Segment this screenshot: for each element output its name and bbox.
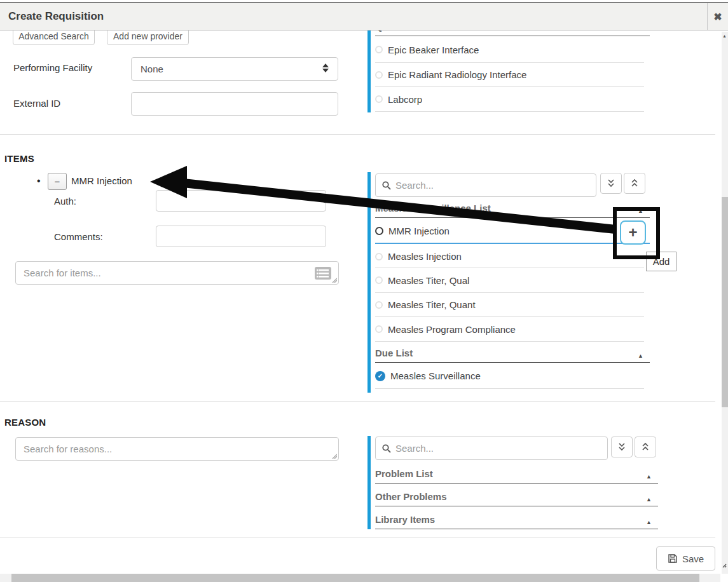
collapse-caret-icon: ▲ — [638, 353, 643, 359]
reason-panel-accent-bar — [367, 436, 371, 529]
radio-icon — [375, 227, 383, 235]
expand-all-button[interactable] — [600, 173, 622, 194]
group-header[interactable]: Measles Surveillance List ▲ — [375, 202, 650, 218]
radio-icon — [375, 71, 383, 79]
list-item-label: Epic Radiant Radiology Interface — [388, 69, 526, 80]
close-icon: ✖ — [713, 11, 722, 23]
resize-grip-icon[interactable] — [331, 277, 337, 283]
group-header-label: Due List — [375, 348, 413, 362]
list-item-label: Measles Program Compliance — [388, 324, 516, 335]
radio-icon — [375, 301, 383, 309]
list-item-label: Measles Titer, Qual — [388, 275, 469, 286]
radio-icon — [375, 276, 383, 284]
chevron-double-down-icon — [607, 179, 615, 188]
vertical-scrollbar-thumb[interactable] — [722, 197, 728, 407]
performing-facility-select[interactable]: None — [131, 57, 338, 81]
modal-header: Create Requisition ✖ — [0, 3, 728, 30]
radio-icon — [375, 325, 383, 333]
group-header[interactable]: Library Items ▲ — [375, 508, 658, 529]
search-placeholder: Search... — [395, 443, 434, 454]
horizontal-scrollbar-thumb[interactable] — [11, 574, 699, 582]
collapse-caret-icon: ▲ — [646, 473, 652, 480]
items-section-title: ITEMS — [4, 153, 34, 164]
list-item-label: Measles Injection — [388, 251, 462, 262]
reasons-search-input[interactable]: Search for reasons... — [15, 437, 339, 461]
selected-check-icon: ✓ — [375, 371, 385, 381]
footer-divider — [0, 538, 715, 538]
radio-icon — [375, 253, 383, 261]
comments-field[interactable] — [156, 226, 326, 247]
radio-icon — [375, 95, 383, 103]
save-button[interactable]: Save — [656, 546, 715, 571]
search-icon — [382, 181, 391, 190]
create-requisition-modal: Advanced Search Add new provider Quick L… — [0, 0, 728, 582]
section-divider — [0, 134, 715, 135]
quick-list-accent-bar — [367, 30, 371, 112]
search-icon — [382, 444, 391, 453]
items-search-input[interactable]: Search for items... — [15, 261, 339, 285]
list-item[interactable]: Measles Injection — [375, 245, 644, 268]
select-arrows-icon — [322, 64, 329, 72]
external-id-field[interactable] — [131, 92, 338, 116]
modal-title: Create Requisition — [0, 10, 104, 23]
list-item-label: Labcorp — [388, 94, 422, 105]
group-header[interactable]: Problem List ▲ — [375, 463, 658, 484]
external-id-label: External ID — [13, 98, 60, 109]
resize-grip-icon[interactable] — [331, 453, 337, 459]
list-item[interactable]: Measles Titer, Qual — [375, 268, 644, 293]
remove-item-button[interactable]: − — [48, 173, 67, 190]
scroll-up-arrow-icon[interactable]: ▲ — [722, 34, 727, 38]
list-item-label: Measles Titer, Quant — [388, 299, 476, 310]
list-item[interactable]: Measles Program Compliance — [375, 317, 644, 342]
reasons-search-placeholder: Search for reasons... — [24, 443, 112, 454]
group-header[interactable]: Other Problems ▲ — [375, 485, 658, 506]
group-header-label: Library Items — [375, 514, 435, 529]
collapse-caret-icon: ▲ — [646, 496, 652, 503]
items-panel-search-input[interactable]: Search... — [375, 173, 596, 197]
search-placeholder: Search... — [395, 180, 434, 191]
collapse-all-button[interactable] — [635, 436, 656, 457]
group-header-label: Measles Surveillance List — [375, 203, 491, 217]
expand-all-button[interactable] — [611, 436, 633, 457]
section-divider — [0, 401, 715, 402]
list-item[interactable]: Epic Beaker Interface — [375, 37, 644, 63]
list-item-label: MMR Injection — [388, 226, 450, 236]
group-header-label: Other Problems — [375, 491, 447, 506]
list-item[interactable]: Labcorp — [375, 87, 644, 112]
reason-section-title: REASON — [4, 417, 46, 428]
group-header[interactable]: Due List ▲ — [375, 343, 650, 363]
vertical-scrollbar[interactable]: ▲ — [722, 32, 728, 574]
reason-panel-search-input[interactable]: Search... — [375, 436, 608, 460]
window-resize-grip-icon[interactable] — [721, 562, 727, 568]
list-item[interactable]: Measles Titer, Quant — [375, 293, 644, 317]
collapse-caret-icon: ▲ — [646, 519, 652, 525]
annotation-highlight-box — [613, 207, 660, 259]
chevron-double-up-icon — [630, 179, 639, 188]
chevron-double-down-icon — [617, 442, 626, 452]
group-header-label: Problem List — [375, 468, 433, 483]
modal-top-border — [0, 2, 728, 3]
list-item[interactable]: Epic Radiant Radiology Interface — [375, 63, 644, 87]
bullet-icon: • — [37, 175, 41, 187]
comments-label: Comments: — [54, 231, 103, 242]
items-search-placeholder: Search for items... — [24, 267, 101, 278]
auth-label: Auth: — [54, 196, 76, 206]
radio-icon — [375, 46, 383, 53]
list-item-label: Measles Surveillance — [390, 370, 481, 381]
horizontal-scrollbar[interactable] — [0, 574, 720, 582]
performing-facility-label: Performing Facility — [13, 62, 92, 73]
auth-field[interactable] — [156, 190, 326, 212]
selected-item-name: MMR Injection — [71, 175, 132, 186]
collapse-all-button[interactable] — [624, 173, 645, 194]
items-panel-accent-bar — [367, 172, 371, 393]
close-button[interactable]: ✖ — [707, 3, 728, 30]
chevron-double-up-icon — [641, 442, 650, 452]
list-item-selected[interactable]: ✓ Measles Surveillance — [375, 363, 644, 389]
save-button-label: Save — [682, 553, 704, 564]
save-icon — [668, 553, 678, 564]
item-list-icon[interactable] — [314, 266, 332, 280]
list-item-label: Epic Beaker Interface — [388, 44, 479, 55]
list-item-highlighted[interactable]: MMR Injection — [375, 219, 650, 244]
performing-facility-value: None — [141, 64, 163, 74]
